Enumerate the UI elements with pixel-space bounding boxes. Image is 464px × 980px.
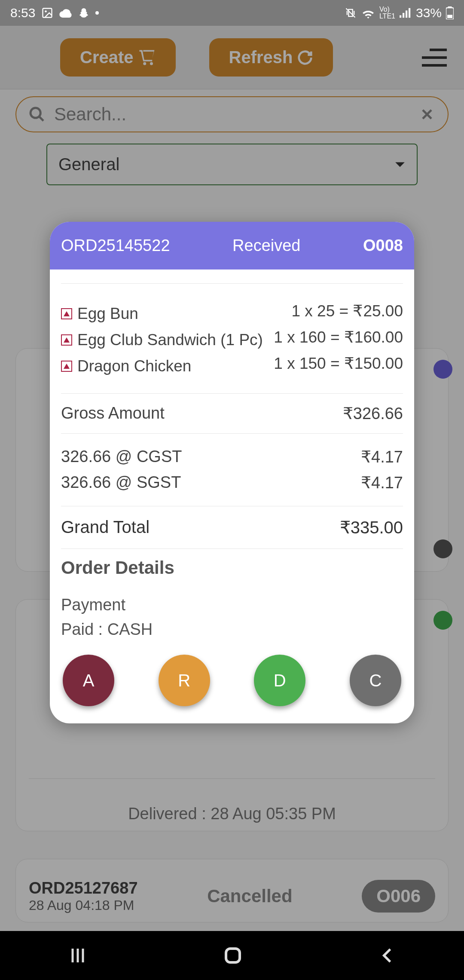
- payment-block: Payment Paid : CASH: [61, 593, 403, 642]
- battery-icon: [446, 6, 454, 19]
- recents-icon[interactable]: [67, 945, 88, 966]
- action-row: A R D C: [61, 642, 403, 706]
- tax-label: 326.66 @ CGST: [61, 447, 182, 466]
- home-icon[interactable]: [223, 945, 243, 966]
- order-details-heading: Order Details: [61, 549, 403, 593]
- item-row: Egg Club Sandwich (1 Pc) 1 x 160 = ₹160.…: [61, 325, 403, 352]
- payment-heading: Payment: [61, 593, 403, 617]
- gallery-icon: [41, 7, 53, 19]
- nonveg-icon: [61, 361, 72, 372]
- gross-value: ₹326.66: [343, 404, 403, 423]
- tax-row: 326.66 @ CGST ₹4.17: [61, 444, 403, 470]
- svg-rect-2: [400, 15, 401, 18]
- tax-label: 326.66 @ SGST: [61, 473, 181, 492]
- ready-button[interactable]: R: [159, 655, 210, 706]
- deliver-button[interactable]: D: [254, 655, 305, 706]
- order-detail-modal: ORD25145522 Received O008 Egg Bun 1 x 25…: [50, 222, 414, 723]
- svg-rect-7: [448, 6, 452, 8]
- back-icon[interactable]: [378, 946, 397, 965]
- modal-header: ORD25145522 Received O008: [50, 222, 414, 270]
- svg-rect-3: [403, 13, 404, 18]
- status-time: 8:53: [10, 6, 35, 20]
- items-list: Egg Bun 1 x 25 = ₹25.00 Egg Club Sandwic…: [61, 283, 403, 394]
- item-calc: 1 x 150 = ₹150.00: [274, 354, 403, 373]
- svg-rect-4: [406, 10, 407, 18]
- tax-block: 326.66 @ CGST ₹4.17 326.66 @ SGST ₹4.17: [61, 434, 403, 506]
- tax-value: ₹4.17: [361, 447, 403, 466]
- item-row: Egg Bun 1 x 25 = ₹25.00: [61, 299, 403, 325]
- modal-order-id: ORD25145522: [61, 236, 170, 255]
- snapchat-icon: [78, 7, 89, 18]
- grand-label: Grand Total: [61, 518, 150, 537]
- svg-rect-5: [409, 8, 410, 18]
- item-calc: 1 x 25 = ₹25.00: [291, 302, 403, 320]
- status-bar: 8:53 Vo)LTE1 33%: [0, 0, 464, 26]
- tax-row: 326.66 @ SGST ₹4.17: [61, 470, 403, 496]
- item-calc: 1 x 160 = ₹160.00: [274, 328, 403, 346]
- svg-point-1: [45, 10, 47, 12]
- item-name: Egg Bun: [77, 305, 138, 323]
- cancel-button[interactable]: C: [350, 655, 401, 706]
- modal-status: Received: [232, 236, 300, 255]
- payment-line: Paid : CASH: [61, 617, 403, 642]
- svg-rect-0: [43, 9, 52, 18]
- cloud-icon: [59, 8, 72, 18]
- grand-value: ₹335.00: [340, 518, 403, 537]
- vibrate-icon: [344, 7, 357, 19]
- lte-icon: Vo)LTE1: [379, 6, 395, 20]
- system-nav-bar: [0, 931, 464, 980]
- gross-label: Gross Amount: [61, 404, 165, 423]
- item-name: Dragon Chicken: [77, 357, 191, 375]
- svg-rect-15: [226, 949, 240, 962]
- signal-icon: [400, 8, 412, 18]
- svg-rect-8: [447, 15, 452, 18]
- dot-icon: [95, 11, 99, 15]
- item-row: Dragon Chicken 1 x 150 = ₹150.00: [61, 352, 403, 378]
- tax-value: ₹4.17: [361, 473, 403, 492]
- grand-total-row: Grand Total ₹335.00: [61, 506, 403, 549]
- modal-order-no: O008: [363, 236, 403, 255]
- battery-percent: 33%: [416, 6, 442, 20]
- accept-button[interactable]: A: [63, 655, 114, 706]
- item-name: Egg Club Sandwich (1 Pc): [77, 331, 263, 349]
- nonveg-icon: [61, 308, 72, 319]
- gross-row: Gross Amount ₹326.66: [61, 394, 403, 434]
- wifi-icon: [361, 7, 375, 18]
- nonveg-icon: [61, 334, 72, 346]
